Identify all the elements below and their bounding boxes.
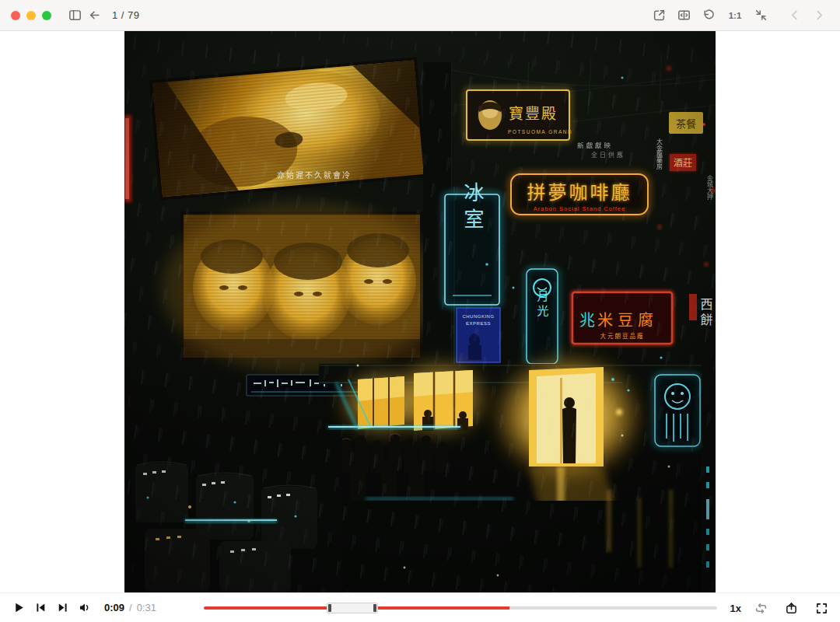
titlebar: 1 / 79 1:1	[0, 0, 840, 31]
sidebar-icon	[68, 9, 82, 22]
viewer-canvas: 亦始遲不久就會冷	[0, 31, 840, 592]
minimize-window-button[interactable]	[26, 11, 36, 20]
close-window-button[interactable]	[11, 11, 20, 20]
arrows-collapse-icon	[754, 9, 768, 22]
next-item-button[interactable]	[810, 5, 829, 26]
repeat-icon	[754, 602, 768, 615]
arrow-left-icon	[88, 9, 101, 22]
volume-button[interactable]	[73, 597, 95, 619]
time-display: 0:09 / 0:31	[104, 602, 156, 613]
split-view-button[interactable]	[674, 5, 694, 26]
loop-region[interactable]	[327, 603, 378, 613]
export-frame-icon	[785, 602, 798, 615]
back-button[interactable]	[85, 5, 104, 26]
toolbar-right: 1:1	[649, 5, 829, 26]
playback-speed-button[interactable]: 1x	[730, 603, 741, 614]
play-button[interactable]	[8, 597, 30, 619]
prev-item-button[interactable]	[785, 5, 804, 26]
fullscreen-icon	[815, 602, 828, 615]
open-external-button[interactable]	[649, 5, 669, 26]
split-view-icon	[677, 9, 691, 22]
chevron-left-icon	[788, 9, 801, 22]
page-counter: 1 / 79	[112, 9, 140, 21]
rotate-left-button[interactable]	[699, 5, 719, 26]
chevron-right-icon	[813, 9, 826, 22]
sidebar-toggle-button[interactable]	[65, 5, 85, 26]
video-frame[interactable]: 亦始遲不久就會冷	[124, 31, 716, 592]
app-window: 1 / 79 1:1	[0, 0, 840, 622]
skip-previous-icon	[34, 601, 47, 614]
export-frame-button[interactable]	[780, 597, 802, 619]
rotate-ccw-icon	[702, 9, 716, 22]
fullscreen-button[interactable]	[810, 597, 832, 619]
play-icon	[12, 601, 26, 614]
loop-start-handle[interactable]	[328, 604, 331, 612]
skip-next-icon	[56, 601, 69, 614]
shrink-button[interactable]	[751, 5, 771, 26]
actual-size-button[interactable]: 1:1	[724, 5, 746, 26]
seek-progress-right	[378, 606, 509, 610]
player-right-controls: 1x	[730, 593, 832, 622]
cyberpunk-scene: 亦始遲不久就會冷	[124, 31, 716, 592]
previous-frame-button[interactable]	[30, 597, 51, 619]
traffic-lights	[11, 11, 51, 20]
seek-bar[interactable]	[204, 603, 717, 613]
player-bar: 0:09 / 0:31 1x	[0, 592, 840, 622]
repeat-button[interactable]	[750, 597, 772, 619]
seek-progress-left	[204, 606, 327, 610]
time-separator: /	[129, 602, 132, 613]
current-time: 0:09	[104, 602, 124, 613]
loop-end-handle[interactable]	[373, 604, 376, 612]
zoom-window-button[interactable]	[42, 11, 51, 20]
next-frame-button[interactable]	[51, 597, 73, 619]
volume-icon	[78, 601, 91, 614]
external-link-icon	[653, 9, 666, 22]
duration: 0:31	[137, 602, 156, 613]
